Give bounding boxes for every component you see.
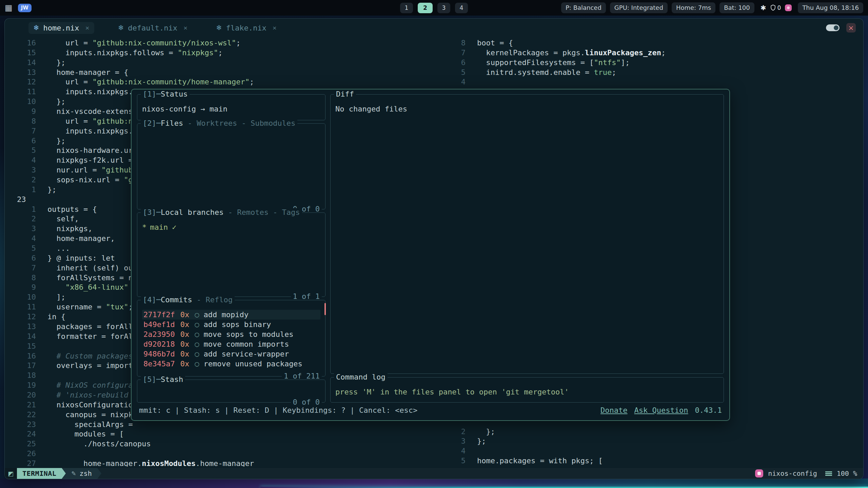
commit-row[interactable]: 2717f2f0x○add mopidy [142,310,320,320]
code-token: "github [101,166,133,174]
clock[interactable]: Thu Aug 08, 18:16 [798,2,863,13]
code-text: username = "tux"; [43,302,133,312]
commit-message: add mopidy [203,310,248,320]
code-text: inputs.nixpkgs. [43,126,133,136]
lazygit-link-ask-question[interactable]: Ask Question [634,406,688,414]
code-token: inputs.nixpkgs. [47,127,133,135]
branch-row[interactable]: *main✓ [142,222,320,232]
user-badge[interactable]: JW [18,4,32,12]
status-bar-right: nixos-config 100 % [755,469,863,477]
line-number: 14 [5,58,43,68]
lazygit-branches-panel[interactable]: [3]─Local branches - Remotes - Tags *mai… [137,212,326,297]
editor-pane-right-bottom: 2 };3};45home.packages = with pkgs; [ [434,427,863,466]
code-token: home-manager. [47,459,142,467]
palette-icon[interactable] [785,4,792,11]
scrollbar-thumb[interactable] [324,303,326,315]
lazygit-files-panel[interactable]: [2]─Files - Worktrees - Submodules 0 of … [137,123,326,209]
code-token: inherit (self) ou [47,264,133,272]
window-close-button[interactable]: × [846,23,856,33]
code-text: sops-nix.url = "g [43,175,133,185]
commit-message: remove unused packages [203,359,302,369]
workspace-button-4[interactable]: 4 [455,3,468,13]
code-token: }; [477,437,486,445]
line-number: 22 [5,410,43,420]
code-token: boot = { [477,39,513,47]
code-token: nixosConfiguratio [47,401,133,409]
lazygit-diff-panel[interactable]: Diff No changed files [330,94,724,374]
commit-author: 0x [180,359,190,369]
line-number: 3 [5,224,43,234]
panel-title: [3]─Local branches - Remotes - Tags [141,208,302,217]
tab-default-nix[interactable]: ❄default.nix× [113,22,192,34]
code-text: formatter = forAl [43,332,133,342]
home-latency-pill[interactable]: Home: 7ms [672,2,715,13]
code-token: true [594,68,612,77]
commit-message: add sops binary [203,320,271,329]
code-token: inputs.nixpkgs. [47,87,133,96]
code-line: 15 inputs.nixpkgs.follows = "nixpkgs"; [5,48,434,58]
commit-row[interactable]: 2a239500x○move sops to modules [142,329,320,339]
battery-pill[interactable]: Bat: 100 [719,2,754,13]
tabs: ❄home.nix×❄default.nix×❄flake.nix× [28,22,281,34]
code-token: nixosModules [142,459,196,467]
panel-number: [3]─ [143,208,161,217]
code-line: 23 specialArgs = [5,420,434,430]
tab-close-icon[interactable]: × [85,24,90,32]
window-pin-toggle[interactable] [826,24,840,31]
status-bar-left: ◩ TERMINAL ✎ zsh [5,468,101,479]
commit-row[interactable]: 8e345a70x○remove unused packages [142,359,320,369]
line-number: 6 [5,136,43,146]
tab-close-icon[interactable]: × [183,24,188,32]
tab-flake-nix[interactable]: ❄flake.nix× [211,22,281,34]
asterisk-icon[interactable]: ✱ [761,4,766,12]
window-controls: × [826,23,856,33]
line-number: 2 [5,214,43,224]
code-text: home.packages = with pkgs; [ [472,456,603,466]
line-number: 23 [5,420,43,430]
workspace-button-3[interactable]: 3 [437,3,450,13]
keybindings-hint: mmit: c | Stash: s | Reset: D | Keybindi… [139,406,417,414]
top-bar-right: P: BalancedGPU: IntegratedHome: 7msBat: … [561,2,863,13]
code-line: 4 [434,77,863,87]
line-number: 1 [5,185,43,195]
tab-home-nix[interactable]: ❄home.nix× [28,22,94,34]
status-pill-group: P: BalancedGPU: IntegratedHome: 7msBat: … [561,2,754,13]
code-text: }; [43,58,65,68]
commit-author: 0x [180,339,190,349]
lazygit-commits-panel[interactable]: [4]─Commits - Reflog 2717f2f0x○add mopid… [137,300,326,377]
workspace-button-2[interactable]: 2 [418,3,433,13]
shield-indicator[interactable]: 0 [770,4,781,11]
lazygit-stash-panel[interactable]: [5]─Stash 0 of 0 [137,380,326,403]
gpu-pill[interactable]: GPU: Integrated [610,2,668,13]
workspace-button-1[interactable]: 1 [400,3,413,13]
app-launcher-icon[interactable]: ▦ [5,4,13,12]
line-number: 4 [434,446,472,456]
session-icon [755,469,763,477]
code-token: ]; [47,293,65,301]
panel-title-text: Status [161,90,188,98]
line-number: 7 [5,263,43,273]
commit-row[interactable]: d9202180x○move common imports [142,339,320,349]
code-token: packages = forAll [47,322,133,331]
lazygit-command-log-panel[interactable]: Command log press 'M' in the files panel… [330,377,724,403]
lazygit-link-donate[interactable]: Donate [600,406,627,414]
code-text: }; [43,136,65,146]
lazygit-status-panel[interactable]: [1]─Status nixos-config → main [137,94,326,120]
code-text: supportedFilesystems = ["ntfs"]; [472,58,630,68]
code-token: initrd.systemd.enable = [477,68,594,77]
panel-title: [4]─Commits - Reflog [141,296,235,304]
line-number: 10 [5,97,43,107]
code-text: self, [43,214,79,224]
code-text: nixpkgs, [43,224,92,234]
panel-title: [5]─Stash [141,375,185,384]
nix-snowflake-icon: ❄ [118,24,124,32]
line-number: 1 [5,205,43,215]
panel-title-tabs: - Worktrees - Submodules [183,119,295,127]
power-profile-pill[interactable]: P: Balanced [561,2,606,13]
commit-row[interactable]: b49ef1d0x○add sops binary [142,320,320,329]
commit-row[interactable]: 9486b7d0x○add service-wrapper [142,349,320,359]
line-number: 20 [5,390,43,400]
tab-close-icon[interactable]: × [273,24,277,32]
top-bar-left: ▦ JW [5,4,32,12]
session-name: nixos-config [768,469,817,477]
